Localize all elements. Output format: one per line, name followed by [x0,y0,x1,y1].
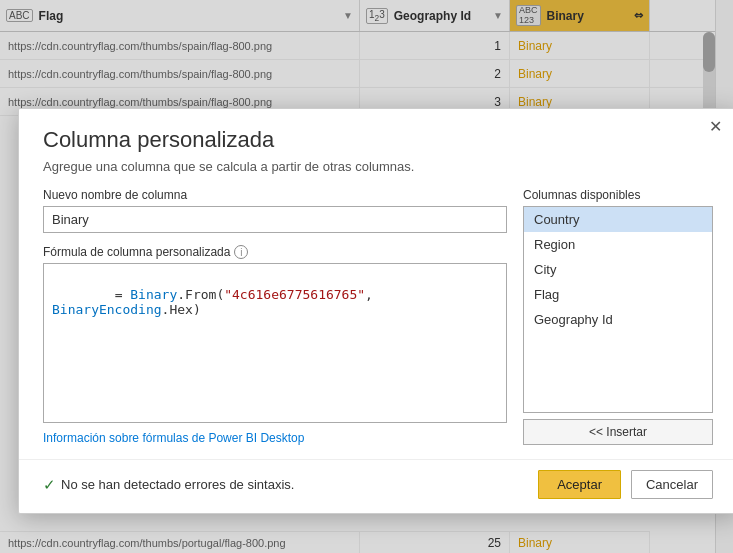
status-text: No se han detectado errores de sintaxis. [61,477,294,492]
cancel-button[interactable]: Cancelar [631,470,713,499]
available-columns-list: Country Region City Flag Geography Id [523,206,713,413]
accept-button[interactable]: Aceptar [538,470,621,499]
left-panel: Nuevo nombre de columna Fórmula de colum… [43,188,507,445]
modal-subtitle: Agregue una columna que se calcula a par… [19,159,733,188]
modal-footer: ✓ No se han detectado errores de sintaxi… [19,459,733,513]
right-panel: Columnas disponibles Country Region City… [523,188,713,445]
avail-item-geography-id[interactable]: Geography Id [524,307,712,332]
formula-editor[interactable]: = Binary.From("4c616e6775616765", Binary… [43,263,507,423]
check-icon: ✓ [43,476,56,494]
col-name-label: Nuevo nombre de columna [43,188,507,202]
formula-info-icon[interactable]: i [234,245,248,259]
formula-label-text: Fórmula de columna personalizada [43,245,230,259]
avail-item-region[interactable]: Region [524,232,712,257]
avail-item-country[interactable]: Country [524,207,712,232]
formula-label: Fórmula de columna personalizada i [43,245,507,259]
avail-item-city[interactable]: City [524,257,712,282]
formula-help-link[interactable]: Información sobre fórmulas de Power BI D… [43,431,507,445]
modal-close-button[interactable]: ✕ [704,117,727,137]
insert-button[interactable]: << Insertar [523,419,713,445]
available-columns-label: Columnas disponibles [523,188,713,202]
avail-item-flag[interactable]: Flag [524,282,712,307]
status-area: ✓ No se han detectado errores de sintaxi… [43,476,528,494]
custom-column-dialog: ✕ Columna personalizada Agregue una colu… [18,108,733,514]
modal-title: Columna personalizada [19,109,733,159]
modal-body: Nuevo nombre de columna Fórmula de colum… [19,188,733,459]
col-name-input[interactable] [43,206,507,233]
